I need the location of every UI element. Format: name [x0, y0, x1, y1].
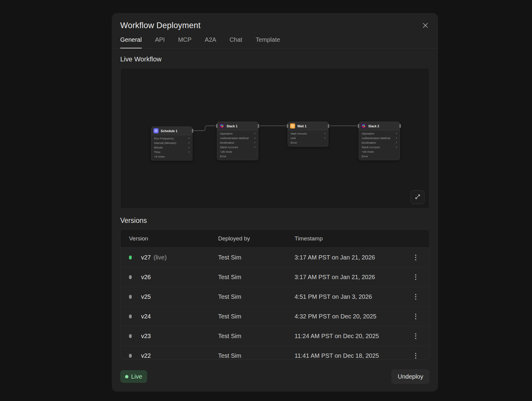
- status-dot: [129, 354, 132, 358]
- field-handle[interactable]: [396, 138, 397, 139]
- field-handle[interactable]: [189, 147, 189, 148]
- status-dot: [129, 315, 132, 318]
- node-title: Schedule 1: [161, 129, 177, 133]
- field-handle[interactable]: [396, 142, 397, 143]
- kebab-icon: [415, 255, 416, 256]
- field-handle[interactable]: [396, 147, 397, 148]
- node-slack-1[interactable]: Slack 1 Operation Authentication Method …: [217, 122, 258, 160]
- expand-icon: [414, 194, 421, 201]
- tab-bar: General API MCP A2A Chat Template: [120, 36, 430, 48]
- live-suffix: (live): [153, 254, 166, 261]
- row-menu-button[interactable]: [413, 253, 418, 262]
- row-menu-button[interactable]: [413, 292, 418, 302]
- timestamp: 11:41 AM PST on Dec 18, 2025: [295, 352, 402, 359]
- version-label: v23: [141, 333, 151, 340]
- field-handle[interactable]: [254, 147, 255, 148]
- node-more-label: +26 more: [220, 150, 232, 153]
- node-field-label: Interval (Minutes): [154, 141, 176, 145]
- status-dot: [129, 334, 132, 338]
- row-menu-button[interactable]: [413, 351, 418, 360]
- deployed-by: Test Sim: [218, 274, 295, 281]
- expand-workflow-button[interactable]: [411, 190, 424, 204]
- input-handle[interactable]: [216, 124, 218, 128]
- node-field-label: Time: [154, 150, 160, 154]
- field-handle[interactable]: [189, 152, 189, 152]
- node-field-label: Operation: [220, 132, 233, 135]
- timestamp: 11:24 AM PST on Dec 20, 2025: [295, 333, 402, 340]
- wait-clock-icon: [290, 123, 295, 129]
- deployed-by: Test Sim: [218, 313, 295, 320]
- column-header-timestamp: Timestamp: [295, 235, 402, 242]
- field-handle[interactable]: [254, 138, 255, 139]
- field-handle[interactable]: [189, 138, 189, 139]
- node-title: Wait 1: [297, 124, 307, 128]
- deployed-by: Test Sim: [218, 333, 295, 340]
- node-wait-1[interactable]: Wait 1 Wait Amount Unit Error: [288, 122, 328, 147]
- version-label: v24: [141, 313, 151, 320]
- table-row[interactable]: v23 Test Sim 11:24 AM PST on Dec 20, 202…: [121, 326, 429, 346]
- node-field-label: Slack Account: [362, 145, 380, 149]
- node-schedule-1[interactable]: Schedule 1 Run Frequency Interval (Minut…: [151, 126, 192, 161]
- node-error-label: Error: [291, 141, 297, 144]
- row-menu-button[interactable]: [413, 272, 418, 282]
- workflow-canvas[interactable]: Schedule 1 Run Frequency Interval (Minut…: [120, 68, 430, 209]
- table-row[interactable]: v25 Test Sim 4:51 PM PST on Jan 3, 2026: [121, 287, 429, 307]
- field-handle[interactable]: [396, 133, 397, 134]
- table-row[interactable]: v22 Test Sim 11:41 AM PST on Dec 18, 202…: [121, 346, 429, 360]
- live-badge-label: Live: [131, 373, 142, 380]
- output-handle[interactable]: [328, 124, 329, 128]
- node-field-label: Minute: [154, 146, 163, 149]
- field-handle[interactable]: [324, 133, 325, 134]
- tab-api[interactable]: API: [155, 36, 165, 48]
- modal-title: Workflow Deployment: [120, 21, 201, 30]
- slack-icon: [219, 123, 224, 129]
- field-handle[interactable]: [324, 138, 325, 139]
- tab-chat[interactable]: Chat: [230, 36, 242, 48]
- node-more-label: +6 more: [154, 155, 165, 158]
- field-handle[interactable]: [254, 133, 255, 134]
- version-label: v22: [141, 352, 151, 359]
- field-handle[interactable]: [254, 142, 255, 143]
- timestamp: 4:51 PM PST on Jan 3, 2026: [295, 293, 402, 300]
- node-error-label: Error: [362, 155, 368, 158]
- tab-mcp[interactable]: MCP: [178, 36, 191, 48]
- node-field-label: Destination: [220, 141, 234, 144]
- live-status-dot: [129, 256, 132, 259]
- row-menu-button[interactable]: [413, 331, 418, 341]
- version-label: v27: [141, 254, 151, 261]
- node-slack-2[interactable]: Slack 2 Operation Authentication Method …: [359, 122, 400, 160]
- output-handle[interactable]: [192, 129, 193, 133]
- modal-footer: Live Undeploy: [112, 362, 438, 392]
- table-row[interactable]: v26 Test Sim 3:17 AM PST on Jan 21, 2026: [121, 267, 429, 287]
- timestamp: 3:17 AM PST on Jan 21, 2026: [295, 274, 402, 281]
- close-button[interactable]: [421, 21, 430, 30]
- column-header-version: Version: [121, 235, 218, 242]
- versions-table: Version Deployed by Timestamp v27(live) …: [120, 229, 430, 360]
- node-more-label: +26 more: [362, 150, 374, 153]
- output-handle[interactable]: [258, 124, 259, 128]
- status-dot: [129, 275, 132, 279]
- field-handle[interactable]: [189, 142, 189, 143]
- input-handle[interactable]: [287, 124, 288, 128]
- tab-template[interactable]: Template: [256, 36, 280, 48]
- node-field-label: Destination: [362, 141, 376, 144]
- node-field-label: Wait Amount: [291, 132, 307, 135]
- input-handle[interactable]: [358, 124, 359, 128]
- table-row[interactable]: v24 Test Sim 4:32 PM PST on Dec 20, 2025: [121, 307, 429, 326]
- table-row[interactable]: v27(live) Test Sim 3:17 AM PST on Jan 21…: [121, 248, 429, 267]
- modal-header: Workflow Deployment General API MCP A2A …: [112, 13, 438, 48]
- live-badge-dot-icon: [125, 375, 128, 378]
- tab-a2a[interactable]: A2A: [205, 36, 216, 48]
- tab-general[interactable]: General: [120, 36, 142, 48]
- node-title: Slack 1: [227, 124, 237, 128]
- undeploy-button[interactable]: Undeploy: [391, 369, 430, 384]
- live-status-badge: Live: [120, 370, 147, 383]
- deployed-by: Test Sim: [218, 293, 295, 300]
- node-field-label: Authentication Method: [362, 136, 390, 140]
- output-handle[interactable]: [399, 124, 401, 128]
- versions-heading: Versions: [120, 217, 430, 225]
- node-field-label: Authentication Method: [220, 136, 249, 140]
- deployed-by: Test Sim: [218, 352, 295, 359]
- row-menu-button[interactable]: [413, 312, 418, 321]
- close-icon: [422, 22, 429, 30]
